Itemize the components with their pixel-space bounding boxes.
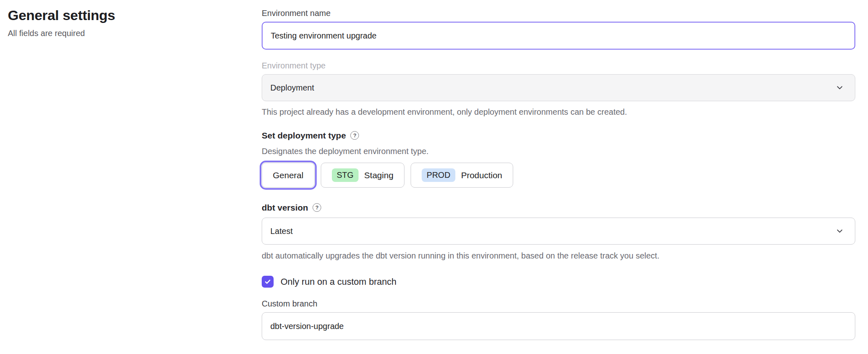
dbt-version-label: dbt version <box>262 202 308 213</box>
chevron-down-icon <box>835 227 844 236</box>
chevron-down-icon <box>835 83 844 92</box>
dbt-version-group: dbt version ? Latest dbt automatically u… <box>262 202 855 261</box>
help-icon[interactable]: ? <box>313 203 321 212</box>
deployment-type-general-label: General <box>273 170 304 180</box>
deployment-type-production-button[interactable]: PROD Production <box>411 163 513 188</box>
deployment-type-options: General STG Staging PROD Production <box>262 163 855 188</box>
environment-settings-form: Environment name Environment type Deploy… <box>262 8 855 340</box>
custom-branch-checkbox-label: Only run on a custom branch <box>281 276 396 288</box>
deployment-type-staging-button[interactable]: STG Staging <box>321 163 404 188</box>
environment-name-label: Environment name <box>262 8 855 18</box>
checkmark-icon <box>264 278 272 286</box>
staging-badge: STG <box>332 168 359 182</box>
page-title: General settings <box>8 7 238 23</box>
production-badge: PROD <box>422 168 455 182</box>
dbt-version-label-row: dbt version ? <box>262 202 855 213</box>
dbt-version-helper: dbt automatically upgrades the dbt versi… <box>262 251 855 261</box>
environment-type-helper: This project already has a development e… <box>262 107 855 117</box>
settings-header: General settings All fields are required <box>8 7 238 38</box>
deployment-type-label: Set deployment type <box>262 130 346 141</box>
custom-branch-input[interactable] <box>262 312 855 340</box>
page-subtitle: All fields are required <box>8 29 238 38</box>
dbt-version-value: Latest <box>270 227 292 236</box>
environment-type-label: Environment type <box>262 61 855 70</box>
deployment-type-general-button[interactable]: General <box>262 163 315 188</box>
deployment-type-group: Set deployment type ? Designates the dep… <box>262 130 855 188</box>
deployment-type-production-label: Production <box>461 170 502 180</box>
environment-type-value: Deployment <box>270 83 314 93</box>
environment-type-select: Deployment <box>262 74 855 101</box>
help-icon[interactable]: ? <box>350 131 359 140</box>
custom-branch-group: Custom branch <box>262 299 855 340</box>
environment-type-group: Environment type Deployment This project… <box>262 61 855 117</box>
environment-name-input[interactable] <box>262 22 855 50</box>
custom-branch-checkbox-row[interactable]: Only run on a custom branch <box>262 276 855 288</box>
deployment-type-staging-label: Staging <box>364 170 393 180</box>
dbt-version-select[interactable]: Latest <box>262 218 855 245</box>
custom-branch-checkbox[interactable] <box>262 276 274 288</box>
deployment-type-helper: Designates the deployment environment ty… <box>262 146 855 156</box>
custom-branch-label: Custom branch <box>262 299 855 309</box>
environment-name-group: Environment name <box>262 8 855 50</box>
deployment-type-label-row: Set deployment type ? <box>262 130 855 141</box>
